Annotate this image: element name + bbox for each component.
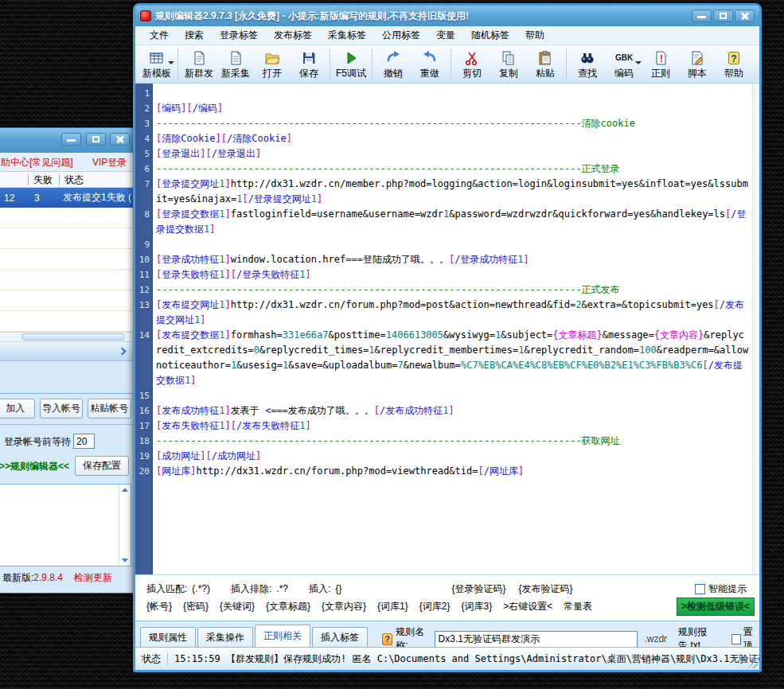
regex-label: 正则 [651, 67, 670, 80]
insert-tag-5[interactable]: {词库1} [377, 600, 408, 613]
insert-tag-8[interactable]: >右键设置< [503, 600, 552, 613]
log-list[interactable] [0, 484, 131, 566]
save-config-button[interactable]: 保存配置 [75, 456, 129, 476]
insert-match-label: 插入匹配: [146, 582, 187, 596]
menu-item-1[interactable]: 搜索 [177, 26, 212, 45]
insert-tag-0[interactable]: {帐号} [146, 600, 172, 613]
menu-item-5[interactable]: 公用标签 [374, 26, 428, 45]
toolbar-save-button[interactable]: 保存 [291, 45, 327, 83]
close-icon[interactable] [110, 133, 130, 146]
help-icon[interactable]: ? [382, 633, 392, 645]
tab-2[interactable]: 正则相关 [255, 625, 310, 647]
toolbar-script-button[interactable]: 脚本 [679, 45, 716, 83]
find-icon [579, 50, 595, 66]
debug-label: F5调试 [336, 67, 366, 80]
toolbar-new-send-button[interactable]: 新群发 [181, 45, 217, 83]
toolbar-gbk-button[interactable]: GBK编码 [606, 45, 642, 83]
vertical-scrollbar[interactable] [119, 485, 131, 566]
toolbar-find-button[interactable]: 查找 [569, 45, 606, 83]
menu-item-3[interactable]: 发布标签 [266, 26, 320, 45]
minimize-icon[interactable] [692, 10, 712, 22]
chevron-right-icon[interactable] [119, 348, 127, 356]
smart-tip-checkbox[interactable] [695, 584, 705, 594]
insert-value[interactable]: {} [335, 583, 341, 594]
login-wait-input[interactable] [73, 434, 95, 449]
dropdown-arrow-icon[interactable] [635, 61, 642, 64]
bottom-tabs: 规则属性采集操作正则相关插入标签 ? 规则名称: .wzdr 规则报告.txt … [135, 621, 759, 647]
insert-tag-9[interactable]: 常量表 [564, 600, 592, 613]
editor-line: 16[发布成功特征1]发表于 <===发布成功了哦。。。[/发布成功特征1] [135, 403, 759, 418]
toolbar-cut-button[interactable]: 剪切 [454, 45, 490, 83]
rule-editor-toggle[interactable]: >>规则编辑器<< [0, 460, 69, 473]
insert-tag-2[interactable]: {关键词} [220, 600, 255, 613]
toolbar-copy-button[interactable]: 复制 [490, 45, 527, 83]
menu-item-6[interactable]: 变量 [428, 26, 463, 45]
toolbar-new-template-button[interactable]: 新模板 [138, 45, 175, 83]
dropdown-arrow-icon[interactable] [168, 61, 174, 64]
editor-scrollbar[interactable] [752, 84, 759, 574]
line-number: 2 [135, 101, 152, 116]
insert-tag-1[interactable]: {密码} [183, 600, 209, 613]
toolbar-separator [566, 49, 567, 80]
menu-item-4[interactable]: 采集标签 [320, 26, 374, 45]
tab-3[interactable]: 插入标签 [312, 627, 368, 647]
editor-line: 19[成功网址][/成功网址] [135, 449, 759, 464]
svg-text:?: ? [731, 53, 736, 64]
vip-login-link[interactable]: VIP登录 [92, 156, 127, 169]
line-number: 20 [135, 464, 152, 479]
toolbar-regex-button[interactable]: !正则 [642, 45, 679, 83]
toolbar-undo-button[interactable]: 撤销 [375, 45, 412, 83]
column-header-fail: 失败 [29, 174, 60, 185]
scroll-down-icon[interactable] [122, 559, 128, 562]
toolbar-open-button[interactable]: 打开 [254, 45, 291, 83]
editor-line: 2[编码][/编码] [135, 101, 759, 116]
captcha-tag-0[interactable]: {登录验证码} [451, 582, 505, 596]
help-center-link[interactable]: 帮助中心[常见问题] [0, 156, 73, 169]
toolbar-help-button[interactable]: ?帮助 [716, 45, 752, 83]
new-collect-icon [228, 50, 244, 66]
menu-item-0[interactable]: 文件 [142, 26, 177, 45]
toolbar-paste-button[interactable]: 粘贴 [527, 45, 564, 83]
table-row-empty [0, 249, 135, 270]
toolbar-new-collect-button[interactable]: 新采集 [217, 45, 254, 83]
tab-0[interactable]: 规则属性 [140, 627, 196, 647]
toolbar-debug-button[interactable]: F5调试 [333, 45, 369, 83]
paste-account-button[interactable]: 粘贴帐号 [88, 399, 131, 418]
account-window-titlebar[interactable] [0, 128, 135, 153]
line-number: 1 [135, 86, 152, 101]
toolbar-redo-button[interactable]: 重做 [412, 45, 448, 83]
menu-item-8[interactable]: 帮助 [517, 26, 552, 45]
rule-name-input[interactable] [435, 631, 638, 648]
menu-item-2[interactable]: 登录标签 [212, 26, 266, 45]
check-error-button[interactable]: >检测低级错误< [677, 598, 755, 616]
tab-1[interactable]: 采集操作 [197, 627, 253, 647]
close-icon[interactable] [735, 10, 755, 22]
column-header [0, 174, 29, 185]
insert-match-value[interactable]: (.*?) [192, 583, 210, 594]
pin-checkbox[interactable] [731, 634, 740, 644]
add-account-button[interactable]: 加入 [0, 399, 35, 418]
insert-tag-6[interactable]: {词库2} [419, 600, 451, 613]
minimize-icon[interactable] [61, 133, 81, 146]
check-update-link[interactable]: 检测更新 [74, 572, 112, 583]
scrollbar-thumb[interactable] [21, 333, 125, 341]
new-template-icon [149, 50, 165, 66]
horizontal-scrollbar[interactable] [0, 332, 135, 342]
insert-tag-7[interactable]: {词库3} [461, 600, 492, 613]
captcha-tag-1[interactable]: {发布验证码} [518, 582, 572, 596]
menu-item-7[interactable]: 随机标签 [463, 26, 517, 45]
import-account-button[interactable]: 导入帐号 [40, 399, 82, 418]
table-row-selected[interactable]: 12 3 发布提交1失败 ( [0, 188, 135, 208]
maximize-icon[interactable] [713, 10, 733, 22]
code-editor[interactable]: 12[编码][/编码]3----------------------------… [135, 84, 759, 574]
insert-tag-4[interactable]: {文章内容} [322, 600, 366, 613]
maximize-icon[interactable] [86, 133, 106, 146]
insert-tag-3[interactable]: {文章标题} [266, 600, 310, 613]
titlebar[interactable]: 规则编辑器2.9.7.3 [永久免费] - 小提示:新版编写的规则,不再支持旧版… [135, 6, 759, 26]
paste-label: 粘贴 [536, 67, 555, 80]
scroll-up-icon[interactable] [122, 488, 128, 492]
expand-panel-bar[interactable] [0, 342, 135, 361]
insert-exclude-value[interactable]: .*? [276, 583, 288, 594]
editor-line: 10[登录成功特征1]window.location.href===登陆成功了哦… [135, 252, 759, 267]
save-icon [301, 50, 317, 66]
